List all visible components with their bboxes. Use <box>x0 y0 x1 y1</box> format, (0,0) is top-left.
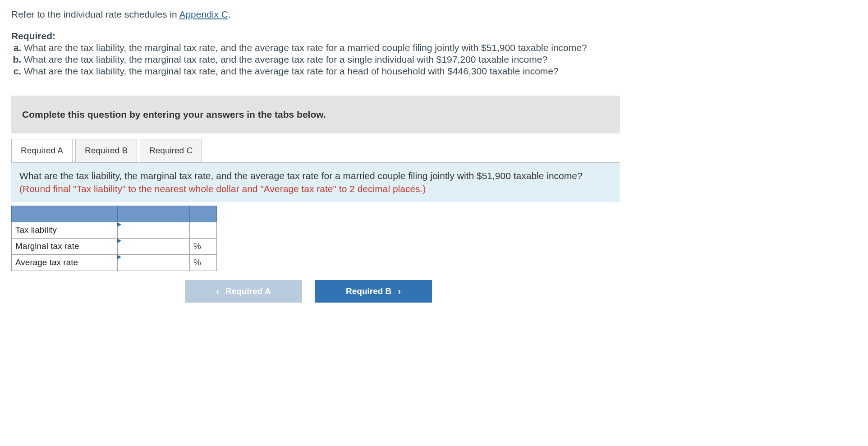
table-header-row <box>12 206 217 222</box>
intro-suffix: . <box>228 9 231 19</box>
appendix-link[interactable]: Appendix C <box>179 9 228 19</box>
nav-row: ‹ Required A Required B › <box>11 280 620 303</box>
required-item-c: What are the tax liability, the marginal… <box>24 66 857 78</box>
required-item-b: What are the tax liability, the marginal… <box>24 54 857 66</box>
required-heading: Required: <box>11 31 857 41</box>
prompt-panel: What are the tax liability, the marginal… <box>11 162 620 202</box>
tabs-row: Required A Required B Required C <box>11 139 620 162</box>
next-button[interactable]: Required B › <box>315 280 432 303</box>
prev-button[interactable]: ‹ Required A <box>185 280 302 303</box>
next-button-label: Required B <box>346 286 391 296</box>
prev-button-label: Required A <box>225 286 271 296</box>
required-list: What are the tax liability, the marginal… <box>11 42 857 78</box>
table-header-blank-1 <box>12 206 118 222</box>
unit-tax-liability <box>190 222 217 238</box>
intro-text: Refer to the individual rate schedules i… <box>11 9 857 20</box>
unit-marginal-rate: % <box>190 238 217 254</box>
table-row: Tax liability <box>12 222 217 238</box>
answer-table: Tax liability Marginal tax rate % Averag… <box>11 206 217 271</box>
input-tax-liability[interactable] <box>118 222 190 238</box>
table-header-blank-2 <box>118 206 190 222</box>
instruction-bar: Complete this question by entering your … <box>11 96 620 133</box>
row-label-average-rate: Average tax rate <box>12 254 118 271</box>
unit-average-rate: % <box>190 254 217 271</box>
chevron-right-icon: › <box>398 286 401 296</box>
answer-area: Complete this question by entering your … <box>11 96 620 303</box>
row-label-tax-liability: Tax liability <box>12 222 118 238</box>
intro-prefix: Refer to the individual rate schedules i… <box>11 9 179 19</box>
prompt-hint: (Round final "Tax liability" to the near… <box>19 184 426 194</box>
tab-required-a[interactable]: Required A <box>11 139 73 162</box>
required-block: Required: What are the tax liability, th… <box>11 31 857 78</box>
table-row: Marginal tax rate % <box>12 238 217 254</box>
table-header-blank-3 <box>190 206 217 222</box>
table-row: Average tax rate % <box>12 254 217 271</box>
input-average-rate[interactable] <box>118 254 190 271</box>
row-label-marginal-rate: Marginal tax rate <box>12 238 118 254</box>
tab-required-c[interactable]: Required C <box>140 139 202 162</box>
input-marginal-rate[interactable] <box>118 238 190 254</box>
prompt-question: What are the tax liability, the marginal… <box>19 170 583 181</box>
required-item-a: What are the tax liability, the marginal… <box>24 42 857 54</box>
tab-required-b[interactable]: Required B <box>75 139 137 162</box>
chevron-left-icon: ‹ <box>216 286 219 296</box>
